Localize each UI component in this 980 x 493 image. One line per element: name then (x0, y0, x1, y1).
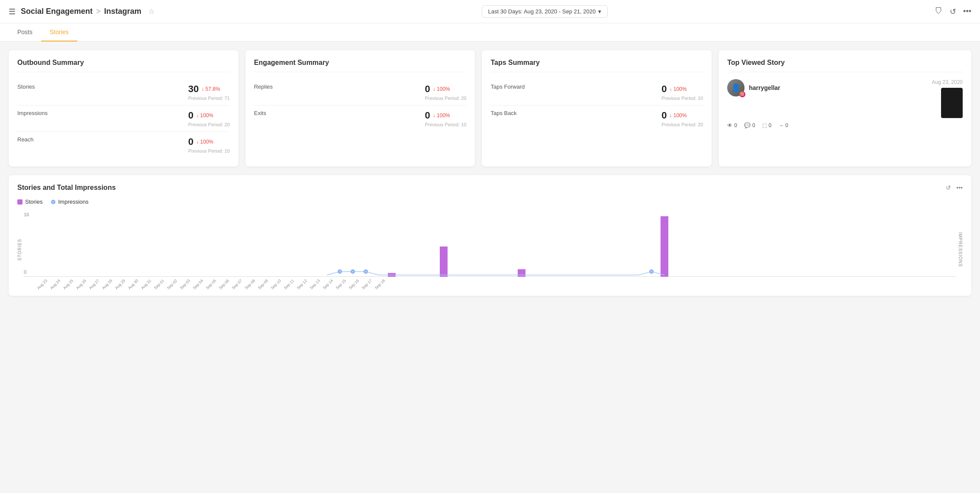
impressions-legend-label: Impressions (58, 198, 88, 205)
x-axis-label: Sep 11 (283, 278, 295, 290)
chart-with-axes: STORIES 16 0 Aug 23Aug 24Aug 25Aug 26Aug… (17, 212, 963, 287)
x-axis-label: Sep 10 (270, 278, 282, 290)
story-thumbnail (941, 88, 963, 118)
x-axis-label: Aug 28 (101, 278, 113, 290)
arrow-icon: → (778, 122, 783, 128)
x-axis-label: Sep 02 (166, 278, 178, 290)
menu-icon[interactable]: ☰ (9, 7, 16, 16)
breadcrumb: Social Engagement > Instagram (21, 7, 142, 16)
top-viewed-story-card: Top Viewed Story 👤 harrygellar Aug 23, (719, 50, 971, 166)
chart-plot-area: 16 0 (24, 212, 956, 277)
x-axis-label: Sep 18 (374, 278, 386, 290)
impressions-label: Impressions (17, 110, 48, 116)
x-axis-label: Aug 30 (127, 278, 139, 290)
filter-icon[interactable]: ⛉ (935, 7, 943, 16)
impressions-change: ↓ 100% (196, 112, 213, 118)
header-left: ☰ Social Engagement > Instagram ☆ (9, 7, 155, 16)
favorite-star-icon[interactable]: ☆ (148, 7, 155, 16)
chart-legend: Stories Impressions (17, 198, 963, 205)
x-axis-label: Sep 03 (179, 278, 191, 290)
stories-metric: Stories 30 ↓ 57.8% Previous Period: 71 (17, 79, 230, 106)
date-range-picker[interactable]: Last 30 Days: Aug 23, 2020 - Sep 21, 202… (482, 5, 608, 18)
impressions-metric: Impressions 0 ↓ 100% Previous Period: 20 (17, 106, 230, 132)
story-arrows-stat: → 0 (778, 122, 788, 128)
story-arrows-value: 0 (785, 122, 788, 128)
y-min-label: 0 (24, 269, 26, 275)
x-axis-label: Aug 29 (114, 278, 126, 290)
legend-impressions: Impressions (51, 198, 88, 205)
story-user-row: 👤 harrygellar Aug 23, 2020 (727, 79, 963, 118)
exits-value: 0 (425, 110, 430, 121)
taps-forward-change: ↓ 100% (669, 86, 687, 92)
x-axis-label: Aug 24 (49, 278, 61, 290)
taps-back-metric: Taps Back 0 ↓ 100% Previous Period: 20 (490, 106, 703, 131)
stories-value: 30 (188, 83, 199, 95)
chart-refresh-icon[interactable]: ↺ (946, 184, 951, 191)
story-shares-value: 0 (769, 122, 772, 128)
main-content: Outbound Summary Stories 30 ↓ 57.8% Prev… (0, 42, 980, 304)
chevron-down-icon: ▾ (598, 8, 601, 15)
x-axis-label: Aug 31 (140, 278, 152, 290)
impressions-value: 0 (188, 110, 193, 121)
x-axis-label: Sep 08 (244, 278, 256, 290)
eye-icon: 👁 (727, 122, 732, 128)
stories-legend-label: Stories (25, 198, 42, 205)
reach-value: 0 (188, 136, 193, 147)
exits-label: Exits (254, 110, 266, 116)
replies-value: 0 (425, 83, 430, 95)
chart-section: Stories and Total Impressions ↺ ••• Stor… (9, 175, 971, 296)
story-comments-value: 0 (752, 122, 755, 128)
replies-previous: Previous Period: 20 (425, 96, 466, 101)
stories-previous: Previous Period: 71 (188, 96, 230, 101)
taps-back-change: ↓ 100% (669, 112, 687, 118)
breadcrumb-separator: > (96, 7, 101, 16)
chart-header: Stories and Total Impressions ↺ ••• (17, 184, 963, 192)
chart-svg (34, 212, 967, 277)
story-views-stat: 👁 0 (727, 122, 737, 128)
outbound-summary-title: Outbound Summary (17, 59, 230, 67)
replies-label: Replies (254, 83, 273, 90)
svg-point-9 (364, 270, 368, 273)
outbound-summary-card: Outbound Summary Stories 30 ↓ 57.8% Prev… (9, 50, 239, 166)
engagement-summary-card: Engagement Summary Replies 0 ↓ 100% Prev… (245, 50, 475, 166)
taps-back-label: Taps Back (490, 110, 516, 116)
x-axis-label: Aug 23 (36, 278, 48, 290)
x-axis-label: Aug 26 (75, 278, 87, 290)
breadcrumb-app: Social Engagement (21, 7, 93, 16)
x-axis-container: Aug 23Aug 24Aug 25Aug 26Aug 27Aug 28Aug … (34, 279, 956, 287)
comment-icon: 💬 (744, 122, 751, 128)
x-axis-label: Sep 09 (257, 278, 269, 290)
engagement-summary-title: Engagement Summary (254, 59, 467, 67)
x-axis-label: Aug 27 (88, 278, 100, 290)
impressions-previous: Previous Period: 20 (188, 122, 230, 127)
tabs-bar: Posts Stories (0, 23, 980, 42)
x-axis-label: Sep 12 (296, 278, 308, 290)
breadcrumb-page: Instagram (104, 7, 142, 16)
x-axis-label: Sep 14 (322, 278, 334, 290)
taps-back-previous: Previous Period: 20 (661, 122, 703, 127)
taps-forward-previous: Previous Period: 10 (661, 96, 703, 101)
story-username: harrygellar (749, 84, 780, 91)
exits-change: ↓ 100% (433, 112, 450, 118)
taps-forward-value: 0 (661, 83, 667, 95)
more-options-icon[interactable]: ••• (963, 7, 971, 16)
date-range-text: Last 30 Days: Aug 23, 2020 - Sep 21, 202… (488, 8, 596, 15)
x-axis-label: Sep 01 (153, 278, 165, 290)
replies-change: ↓ 100% (433, 86, 450, 92)
taps-summary-card: Taps Summary Taps Forward 0 ↓ 100% Previ… (482, 50, 712, 166)
taps-back-value: 0 (661, 110, 667, 121)
tab-posts[interactable]: Posts (9, 23, 41, 42)
story-views-value: 0 (734, 122, 737, 128)
instagram-badge-icon (739, 91, 745, 97)
refresh-icon[interactable]: ↺ (950, 7, 956, 16)
chart-more-icon[interactable]: ••• (956, 184, 963, 191)
share-icon: ⬚ (762, 122, 767, 128)
y-axis-left-container: STORIES (17, 212, 22, 287)
x-axis-label: Sep 16 (348, 278, 360, 290)
stories-label: Stories (17, 83, 35, 90)
x-axis-label: Sep 06 (218, 278, 230, 290)
header: ☰ Social Engagement > Instagram ☆ Last 3… (0, 0, 980, 23)
stories-legend-icon (17, 199, 23, 205)
tab-stories[interactable]: Stories (41, 23, 77, 42)
avatar: 👤 (727, 79, 745, 96)
